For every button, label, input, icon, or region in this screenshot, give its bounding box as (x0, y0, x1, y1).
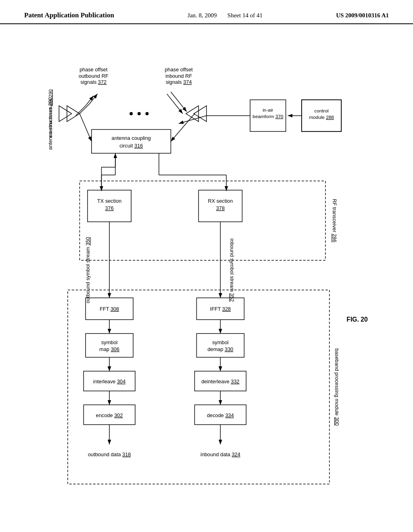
antenna-triangle-inbound-2 (194, 106, 206, 121)
rx-label1: RX section (208, 198, 233, 204)
svg-line-4 (79, 104, 90, 114)
outbound-symbol-label: outbound symbol stream 350 (85, 237, 91, 303)
antenna-coupling-label2: circuit 316 (119, 143, 143, 149)
inbound-to-coupling-arrow (171, 114, 195, 141)
date-sheet: Jan. 8, 2009 Sheet 14 of 41 (114, 11, 336, 19)
inbound-symbol-label: inbound symbol stream 352 (229, 239, 235, 302)
page-header: Patent Application Publication Jan. 8, 2… (0, 0, 413, 24)
antenna-coupling-box (92, 129, 171, 153)
control-label1: control (314, 108, 328, 113)
tx-label2: 376 (105, 205, 114, 211)
svg-line-2 (76, 106, 86, 116)
rf-transceiver-dashed-box (79, 181, 325, 260)
svg-line-5 (90, 94, 98, 104)
symbol-map-label1: symbol (101, 339, 117, 345)
fig-label: FIG. 20 (346, 316, 368, 323)
dot-3 (146, 112, 149, 115)
rf-transceiver-label: RF transceiver 286 (332, 199, 338, 242)
phase-offset-inbound-label2: inbound RF (165, 73, 192, 79)
diagram-area: phase offset outbound RF signals 372 pha… (24, 44, 389, 508)
phase-offset-outbound-label3: signals 372 (81, 79, 107, 85)
decode-label: decode 334 (207, 412, 234, 418)
publication-label: Patent Application Publication (24, 11, 114, 19)
symbol-demap-label2: demap 330 (207, 346, 233, 352)
symbol-map-label2: map 306 (99, 346, 119, 352)
tx-label1: TX section (97, 198, 121, 204)
outbound-data-label: outbound data 318 (88, 451, 131, 457)
phase-offset-inbound-label3: signals 374 (166, 79, 192, 85)
beamform-to-coupling-down (179, 116, 206, 124)
antenna-structures-rotated-label: antenna structures 290 (48, 89, 53, 138)
interleave-label: interleave 304 (93, 378, 125, 384)
inbound-data-label: inbound data 324 (200, 451, 240, 457)
ifft-label: IFFT 328 (210, 306, 231, 312)
encode-label: encode 302 (96, 412, 123, 418)
baseband-label: baseband processing module 300 (334, 348, 340, 426)
main-diagram-svg: phase offset outbound RF signals 372 pha… (24, 44, 389, 508)
deinterleave-label: deinterleave 332 (201, 378, 239, 384)
antenna-to-coupling-arrow (79, 114, 91, 141)
fft-label: FFT 308 (100, 306, 119, 312)
in-air-label1: in-air (263, 107, 273, 112)
antenna-triangle-1 (59, 106, 71, 121)
antenna-coupling-label1: antenna coupling (112, 135, 151, 141)
phase-offset-inbound-label: phase offset (165, 66, 193, 73)
svg-line-3 (86, 96, 94, 106)
dot-1 (129, 112, 133, 115)
in-air-label2: beamform 370 (252, 114, 283, 119)
sheet: Sheet 14 of 41 (227, 12, 263, 19)
phase-offset-outbound-label: phase offset (79, 66, 108, 73)
control-label2: module 288 (309, 114, 334, 120)
antenna-triangle-inbound-1 (186, 106, 198, 121)
symbol-demap-label1: symbol (212, 339, 228, 345)
date: Jan. 8, 2009 (188, 12, 217, 19)
phase-offset-outbound-label2: outbound RF (79, 73, 108, 79)
rx-label2: 378 (216, 205, 225, 211)
dot-2 (138, 112, 141, 115)
patent-number: US 2009/0010316 A1 (336, 11, 389, 19)
